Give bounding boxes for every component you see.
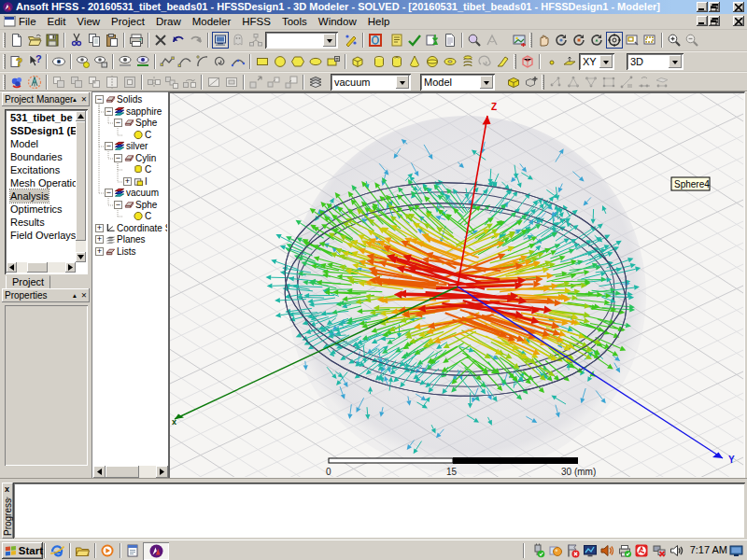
project-manager-collapse-button[interactable]: ▴ [70,94,79,105]
model-tree-item[interactable]: Lists [117,246,136,258]
scroll-right-button[interactable] [65,262,76,273]
help-topics-button[interactable]: ? [8,53,25,70]
material-combo-dropdown-icon[interactable] [396,76,409,89]
model-tree-item[interactable]: silver [126,141,148,152]
show-all-button[interactable] [134,53,151,70]
undo-button[interactable] [170,32,187,49]
draw-polygon-button[interactable] [289,53,306,70]
snap-vertex-button[interactable] [547,74,564,91]
model-tree-item[interactable]: Planes [117,234,146,245]
draw-rect-button[interactable] [254,53,271,70]
draw-sweep-button[interactable] [495,53,512,70]
draw-rect-lock-button[interactable] [325,53,342,70]
toolbar-grip[interactable] [542,75,544,90]
tree-expander-icon[interactable]: + [95,247,104,256]
scroll-up-button[interactable] [76,111,86,121]
tray-printer-icon[interactable] [617,543,632,558]
save-button[interactable] [44,32,61,49]
draw-point-button[interactable] [543,53,560,70]
print-button[interactable] [128,32,145,49]
view-mode-combo-dropdown-icon[interactable] [669,55,682,68]
edit-nodes-button[interactable] [343,32,359,49]
project-tree-vscrollbar[interactable] [76,111,86,262]
move-button[interactable] [247,74,264,91]
model-tree-item[interactable]: C [145,211,151,222]
tree-expander-icon[interactable]: − [114,119,122,127]
delete-button[interactable] [152,32,169,49]
model-tree-item[interactable]: Solids [117,94,142,105]
model-tree-item[interactable]: Coordinate S [117,223,167,234]
new-box-button[interactable] [505,74,522,91]
tray-security-flag-icon[interactable] [565,543,580,558]
rotate-model-button[interactable] [571,32,587,49]
zoom-in-button[interactable] [666,32,683,49]
draw-torus-button[interactable] [442,53,458,70]
analyze-button[interactable] [424,32,441,49]
project-manager-header[interactable]: Project Manager ▴ ✕ [2,92,90,106]
tree-expander-icon[interactable]: + [95,235,104,244]
scroll-thumb[interactable] [27,262,48,273]
new-button[interactable] [8,32,25,49]
restore-button[interactable] [709,2,720,12]
message-content[interactable] [13,483,745,539]
draw-spline-button[interactable] [176,53,193,70]
hide-all-button[interactable] [117,53,134,70]
bool-split-button[interactable] [104,74,120,91]
redo-button[interactable] [188,32,204,49]
quicklaunch-internet-explorer-icon[interactable] [49,543,64,558]
angle-button[interactable] [484,32,500,49]
export-image-button[interactable] [511,32,528,49]
scale-button[interactable] [283,74,300,91]
modeler-3d-viewport[interactable]: xYZ01530 (mm)Sphere4 [168,91,745,479]
menu-view[interactable]: View [71,14,106,30]
network-button[interactable] [247,32,264,49]
model-combo-dropdown-icon[interactable] [480,76,493,89]
project-tree-item[interactable]: Optimetrics [10,203,63,216]
draw-ellipse-button[interactable] [307,53,324,70]
model-tree-item[interactable]: Sphe [135,200,157,211]
draw-cone-button[interactable] [406,53,423,70]
draw-dodeca-button[interactable] [519,53,536,70]
properties-header[interactable]: Properties ▴ ✕ [2,288,90,302]
draw-circle-button[interactable] [272,53,289,70]
menu-edit[interactable]: Edit [42,14,72,30]
project-tree-item[interactable]: Results [10,216,45,229]
profile-button[interactable] [442,32,458,49]
tray-usb-device-icon[interactable] [530,543,545,558]
model-tree-item[interactable]: vacuum [126,188,159,199]
pan-button[interactable] [535,32,552,49]
bool-unite-button[interactable] [68,74,85,91]
tray-display-settings-icon[interactable] [583,543,598,558]
measure-face-button[interactable] [654,74,670,91]
zoom-rect-out-button[interactable] [641,32,658,49]
layers-button[interactable] [307,74,324,91]
project-tree-item[interactable]: 531_tibet_be [10,111,73,124]
bool-intersect-button[interactable] [86,74,103,91]
model-combo[interactable]: Model [420,74,495,91]
zoom-rect-button[interactable] [624,32,641,49]
close-button[interactable] [733,2,744,12]
selection-combo-dropdown-icon[interactable] [323,34,336,47]
menu-modeler[interactable]: Modeler [187,14,237,30]
model-tree-panel[interactable]: −Solids−sapphire−SpheC−silver−CylinC+I−v… [92,91,168,479]
draw-cylinder-button[interactable] [371,53,388,70]
draw-box-button[interactable] [349,53,366,70]
paste-button[interactable] [104,32,120,49]
drawing-plane-combo-dropdown-icon[interactable] [599,55,613,68]
tray-updater-icon[interactable] [548,543,563,558]
bool-imprint-button[interactable] [121,74,138,91]
menu-window[interactable]: Window [313,14,362,30]
model-tree-item[interactable]: Sphe [135,118,157,129]
zoom-out-button[interactable] [684,32,700,49]
draw-tube-button[interactable] [388,53,405,70]
measure-position-button[interactable] [618,74,635,91]
draw-equation-button[interactable] [230,53,247,70]
validate-button[interactable] [406,32,423,49]
dynamic-zoom-button[interactable] [606,32,623,49]
draw-sphere-button[interactable] [424,53,441,70]
open-button[interactable] [26,32,43,49]
draw-line-button[interactable] [159,53,176,70]
properties-collapse-button[interactable]: ▴ [70,290,79,301]
scroll-thumb[interactable] [76,121,86,241]
tree-expander-icon[interactable]: + [95,224,104,232]
